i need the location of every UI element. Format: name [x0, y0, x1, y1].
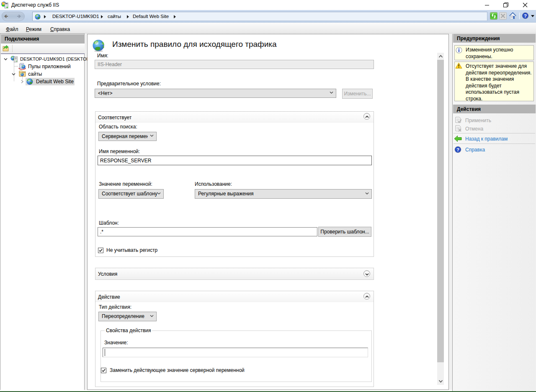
svg-text:?: ?	[456, 147, 459, 152]
svg-text:?: ?	[524, 13, 527, 18]
